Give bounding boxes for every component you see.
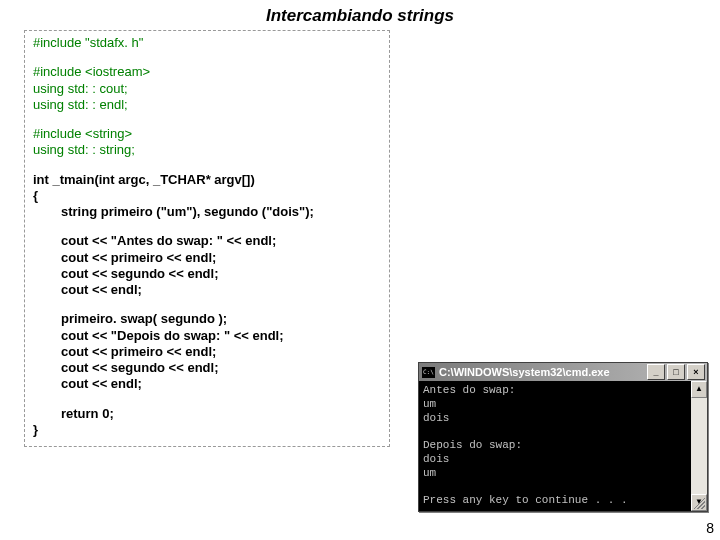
cmd-icon [422,367,435,378]
code-line: cout << endl; [33,282,381,298]
minimize-button[interactable]: _ [647,364,665,380]
resize-grip-icon[interactable] [693,497,705,509]
scroll-up-icon[interactable]: ▲ [691,381,707,398]
code-line: cout << segundo << endl; [33,360,381,376]
page-number: 8 [706,520,714,536]
console-output: Antes do swap: um dois Depois do swap: d… [419,381,691,511]
code-line: using std: : cout; [33,81,381,97]
code-line: cout << "Antes do swap: " << endl; [33,233,381,249]
code-line: cout << endl; [33,376,381,392]
code-line: int _tmain(int argc, _TCHAR* argv[]) [33,172,381,188]
code-line: using std: : endl; [33,97,381,113]
scrollbar[interactable]: ▲ ▼ [691,381,707,511]
code-line: return 0; [33,406,381,422]
slide-title: Intercambiando strings [0,0,720,28]
scroll-track[interactable] [691,398,707,494]
console-title: C:\WINDOWS\system32\cmd.exe [439,366,647,378]
code-line: string primeiro ("um"), segundo ("dois")… [33,204,381,220]
code-line: #include <iostream> [33,64,381,80]
code-block: #include "stdafx. h" #include <iostream>… [24,30,390,447]
console-titlebar[interactable]: C:\WINDOWS\system32\cmd.exe _ □ × [419,363,707,381]
code-line: cout << "Depois do swap: " << endl; [33,328,381,344]
console-window: C:\WINDOWS\system32\cmd.exe _ □ × Antes … [418,362,708,512]
maximize-button[interactable]: □ [667,364,685,380]
code-line: primeiro. swap( segundo ); [33,311,381,327]
code-line: cout << primeiro << endl; [33,250,381,266]
code-line: { [33,188,381,204]
code-line: cout << primeiro << endl; [33,344,381,360]
close-button[interactable]: × [687,364,705,380]
code-line: using std: : string; [33,142,381,158]
code-line: #include "stdafx. h" [33,35,381,51]
code-line: #include <string> [33,126,381,142]
code-line: } [33,422,381,438]
code-line: cout << segundo << endl; [33,266,381,282]
